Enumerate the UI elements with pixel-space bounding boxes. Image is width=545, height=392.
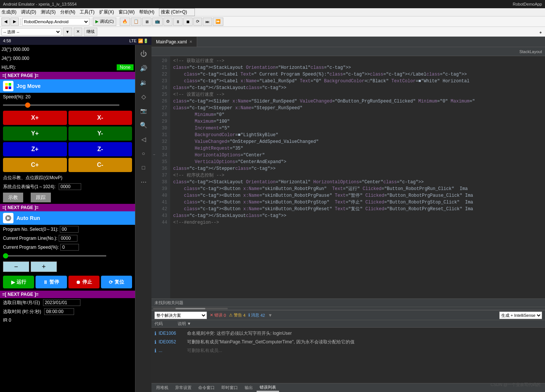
tab-immediate[interactable]: 即时窗口 (218, 384, 241, 391)
code-line: ValueChanged="OnStepper_AddSpeed_ValueCh… (173, 138, 542, 145)
power-button[interactable]: ⏻ (137, 48, 150, 60)
no-issues-label: 未找到相关问题 (154, 300, 183, 306)
tab-output[interactable]: 输出 (242, 384, 256, 391)
prog-no-row: Program No. Select(0～31): (0, 225, 135, 234)
minus-button[interactable]: − (3, 261, 29, 272)
z-plus-button[interactable]: Z+ (3, 142, 67, 156)
run-debug-button[interactable]: ▶ 调试(C) (93, 18, 116, 26)
bottom-panel: 整个解决方案 ✕ 错误 0 ⚠ 警告 4 ℹ 消息 42 ▼ (151, 310, 545, 392)
menu-item-debug[interactable]: 调试(D) (21, 9, 36, 15)
y-plus-button[interactable]: Y+ (3, 126, 67, 141)
error-badge[interactable]: ✕ 错误 0 (210, 312, 226, 318)
toolbar-btn-8[interactable]: ⟳ (193, 18, 202, 26)
back-nav-button[interactable]: ◁ (137, 133, 150, 145)
menu-item-test[interactable]: 测试(S) (41, 9, 56, 15)
menu-item-extend[interactable]: 扩展(X) (99, 9, 114, 15)
code-line: Minimum="0" (173, 111, 542, 118)
track-button[interactable]: 跟踪 (31, 193, 51, 202)
c-minus-button[interactable]: C- (68, 158, 132, 172)
zoom-in-button[interactable]: 🔍 (137, 119, 150, 131)
prog-no-input[interactable] (60, 226, 79, 233)
build-select[interactable]: 生成 + IntelliSense (499, 312, 542, 319)
main-page-tab[interactable]: MainPage.xaml ✕ (151, 37, 197, 47)
x-plus-button[interactable]: X+ (3, 111, 67, 125)
main-toolbar: ◀ ▶ RobotDemoApp.Android ▶ 调试(C) 🔥 📋 🖥 📺… (0, 16, 545, 27)
tab-command-window[interactable]: 命令窗口 (195, 384, 218, 391)
teach-button[interactable]: 示教 (3, 193, 23, 202)
code-line: VerticalOptions="CenterAndExpand"> (173, 159, 542, 165)
toolbar-btn-7[interactable]: ⏹ (183, 18, 193, 26)
menu-item-analyze[interactable]: 分析(N) (60, 9, 76, 15)
close-btn-2[interactable]: ✕ (74, 28, 82, 36)
menu-item-help[interactable]: 帮助(H) (139, 9, 154, 15)
code-text-area[interactable]: <!-- 获取运行速度 -->class="c-tag"><StackLayou… (170, 56, 545, 298)
tab-close-icon[interactable]: ✕ (189, 40, 192, 44)
volume-up-button[interactable]: 🔊 (137, 62, 150, 74)
volume-down-button[interactable]: 🔉 (137, 76, 150, 88)
android-emulator-panel: 4:58 LTE 📶🔋 J3(°): J4(°): (0, 37, 151, 392)
tab-error-list[interactable]: 错误列表 (257, 384, 279, 392)
toolbar-btn-10[interactable]: ⏩ (213, 18, 223, 26)
home-button[interactable]: ○ (137, 147, 150, 159)
warning-badge[interactable]: ⚠ 警告 4 (229, 312, 245, 318)
menu-item-tools[interactable]: 工具(T) (80, 9, 94, 15)
search-box[interactable]: 搜索 (Ctrl+Q) (159, 8, 195, 16)
toolbar-btn-3[interactable]: 🖥 (142, 18, 151, 26)
menu-item-generate[interactable]: 生成(B) (1, 9, 16, 15)
error-item-2[interactable]: ℹ IDE0052 可删除私有成员"MainPage.Timer_GetComp… (153, 338, 544, 346)
prog-line-input[interactable] (59, 235, 77, 242)
code-line: BackgroundColor=■"LightSkyBlue" (173, 132, 542, 138)
toolbar-btn-9[interactable]: ⏭ (203, 18, 212, 26)
error-item-3[interactable]: ℹ ... 可删除私有成员... (153, 346, 544, 355)
pause-button[interactable]: ⏸ 暂停 (36, 276, 67, 288)
error-item-1[interactable]: ℹ IDE1006 命名规则冲突: 这些字必须以大写字符开头: loginUse… (153, 329, 544, 338)
toolbar-btn-4[interactable]: 📺 (152, 18, 163, 26)
j4-input[interactable] (12, 56, 134, 61)
toolbar-btn-1[interactable]: 🔥 (120, 18, 130, 26)
code-line: class="c-tag"><Label x:Name="Label_RunSp… (173, 78, 542, 85)
project-dropdown[interactable]: RobotDemoApp.Android (22, 18, 89, 25)
time-input[interactable] (44, 308, 74, 315)
plus-button[interactable]: + (31, 261, 57, 272)
filter-btn[interactable]: ▼ (63, 28, 72, 36)
square-button[interactable]: □ (137, 162, 150, 174)
code-line: class="c-tag"></StackLayoutclass="c-tag"… (173, 85, 542, 91)
c-plus-button[interactable]: C+ (3, 158, 67, 172)
tab-exceptions[interactable]: 异常设置 (172, 384, 195, 391)
date-input[interactable] (43, 299, 80, 306)
toolbar-btn-6[interactable]: ⏸ (173, 18, 183, 26)
j3-input[interactable] (12, 47, 134, 52)
sys-point-input[interactable] (59, 183, 81, 190)
code-line: class="c-tag"><Button x:Name="skinButton… (173, 199, 542, 206)
y-minus-button[interactable]: Y- (68, 126, 132, 141)
rotate-button[interactable]: ◇ (137, 91, 150, 102)
code-line: class="c-tag"><StackLayout Orientation="… (173, 179, 542, 186)
tab-call-stack[interactable]: 用堆栈 (153, 384, 171, 391)
prog-speed-input[interactable] (60, 244, 79, 251)
error-code-3: ... (159, 347, 185, 353)
connect-btn[interactable]: 继续 (84, 28, 97, 36)
stop-button[interactable]: ⏺ 停止 (68, 276, 99, 288)
speed-slider-container (0, 101, 135, 109)
back-button[interactable]: ◀ (1, 18, 10, 26)
scope-dropdown[interactable]: -- 选择 -- (1, 28, 61, 36)
watermark: CSDN @一个业余写代码的 (491, 382, 541, 388)
forward-button[interactable]: ▶ (10, 18, 19, 26)
solution-dropdown[interactable]: 整个解决方案 (154, 312, 207, 319)
next-page-1: =[ NEXT PAGE ]= (0, 72, 135, 79)
speed-slider[interactable] (3, 104, 119, 106)
run-button[interactable]: ▶ 运行 (3, 276, 34, 288)
prog-speed-slider[interactable] (3, 255, 106, 257)
code-line: class="c-tag"></Stepperclass="c-tag">> (173, 165, 542, 172)
toolbar-btn-2[interactable]: 📋 (131, 18, 141, 26)
screenshot-button[interactable]: 📷 (137, 105, 150, 117)
breadcrumb: StackLayout (151, 47, 545, 56)
more-button[interactable]: ⋯ (137, 176, 150, 188)
menu-item-window[interactable]: 窗口(W) (119, 9, 135, 15)
svg-rect-2 (5, 86, 8, 89)
x-minus-button[interactable]: X- (68, 111, 132, 125)
reset-button[interactable]: ⟳ 复位 (101, 276, 132, 288)
z-minus-button[interactable]: Z- (68, 142, 132, 156)
toolbar-btn-5[interactable]: ⚙ (163, 18, 172, 26)
info-badge[interactable]: ℹ 消息 42 (248, 312, 265, 318)
